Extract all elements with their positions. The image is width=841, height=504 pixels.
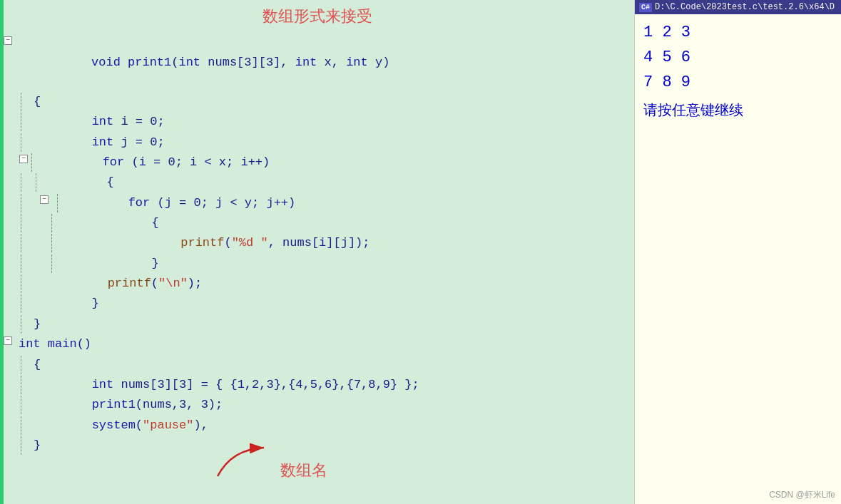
table-row: } xyxy=(0,294,634,314)
vline-12a xyxy=(21,294,31,313)
table-row: { xyxy=(0,355,634,375)
fold-icon-7[interactable]: − xyxy=(36,195,52,204)
table-row: printf("%d ", nums[i][j]); xyxy=(0,233,634,253)
title-bar: 数组形式来接受 xyxy=(0,0,634,31)
code-line-1: void print1(int nums[3][3], int x, int y… xyxy=(16,35,389,91)
main-container: 数组形式来接受 − void print1(int nums[3][3], in… xyxy=(0,0,841,504)
table-row: int i = 0; xyxy=(0,112,634,132)
table-row: } xyxy=(0,254,634,274)
fold-box-7[interactable]: − xyxy=(40,195,49,204)
terminal-footer: CSDN @虾米Life xyxy=(635,486,841,504)
fold-icon-1[interactable]: − xyxy=(0,36,16,45)
vline-4a xyxy=(21,133,31,152)
terminal-body: 1 2 3 4 5 6 7 8 9 请按任意键继续 xyxy=(635,14,841,486)
code-line-18: system("pause"), xyxy=(31,416,208,435)
table-row: } xyxy=(0,314,634,334)
vline-19 xyxy=(21,436,31,455)
table-row: { xyxy=(0,173,634,192)
vline-6b xyxy=(36,173,46,192)
code-area: − void print1(int nums[3][3], int x, int… xyxy=(0,31,634,456)
vline-6a xyxy=(21,173,31,192)
vline-13 xyxy=(21,315,31,334)
code-line-11: printf("\n"); xyxy=(46,274,202,293)
terminal-line-2: 4 5 6 xyxy=(643,45,832,70)
code-line-6: { xyxy=(46,173,114,192)
fold-icon-5[interactable]: − xyxy=(16,155,31,163)
code-line-15: { xyxy=(31,356,41,374)
vline-11a xyxy=(21,274,31,293)
vline-9a xyxy=(21,234,31,252)
fold-box-1[interactable]: − xyxy=(4,36,12,45)
code-panel: 数组形式来接受 − void print1(int nums[3][3], in… xyxy=(0,0,634,504)
vline-8a xyxy=(21,214,31,232)
vline-10b xyxy=(51,254,61,273)
terminal-titlebar: C# D:\C.Code\2023test.c\test.2.6\x64\D xyxy=(635,0,841,14)
code-line-8: { xyxy=(61,214,159,232)
table-row: printf("\n"); xyxy=(0,274,634,294)
code-line-14: int main() xyxy=(16,335,91,354)
table-row: int j = 0; xyxy=(0,133,634,153)
table-row: − void print1(int nums[3][3], int x, int… xyxy=(0,34,634,92)
vline-8b xyxy=(51,214,61,232)
vline-16 xyxy=(21,376,31,394)
terminal-continue: 请按任意键继续 xyxy=(643,98,832,121)
vline-2 xyxy=(21,93,31,111)
code-line-17: print1(nums,3, 3); xyxy=(31,396,223,414)
table-row: system("pause"), xyxy=(0,416,634,436)
table-row: − for (i = 0; i < x; i++) xyxy=(0,153,634,173)
vline-9b xyxy=(51,234,61,252)
fold-box-14[interactable]: − xyxy=(4,336,12,345)
code-line-7: for (j = 0; j < y; j++) xyxy=(67,194,295,212)
terminal-line-3: 7 8 9 xyxy=(643,70,832,95)
vline-17 xyxy=(21,396,31,414)
table-row: print1(nums,3, 3); xyxy=(0,395,634,415)
code-line-10: } xyxy=(61,254,159,273)
terminal-title: D:\C.Code\2023test.c\test.2.6\x64\D xyxy=(655,2,835,12)
fold-box-5[interactable]: − xyxy=(19,155,28,163)
code-line-19: } xyxy=(31,436,41,455)
vline-10a xyxy=(21,254,31,273)
code-line-2: { xyxy=(31,93,41,111)
table-row: − for (j = 0; j < y; j++) xyxy=(0,193,634,213)
table-row: int nums[3][3] = { {1,2,3},{4,5,6},{7,8,… xyxy=(0,375,634,395)
code-line-16: int nums[3][3] = { {1,2,3},{4,5,6},{7,8,… xyxy=(31,376,419,394)
vline-18 xyxy=(21,416,31,435)
vline-7a xyxy=(21,194,31,212)
annotation-label: 数组名 xyxy=(280,460,327,481)
terminal-icon: C# xyxy=(639,3,652,12)
annotation-container: 数组名 xyxy=(210,442,327,481)
code-line-13: } xyxy=(31,315,41,334)
code-line-4: int j = 0; xyxy=(31,133,165,152)
vline-7b xyxy=(57,194,67,212)
vline-3a xyxy=(21,113,31,131)
code-line-3: int i = 0; xyxy=(31,113,165,131)
arrow-icon xyxy=(210,442,275,481)
code-line-5: for (i = 0; i < x; i++) xyxy=(41,153,270,172)
code-line-9: printf("%d ", nums[i][j]); xyxy=(61,234,370,252)
terminal-line-1: 1 2 3 xyxy=(643,20,832,45)
code-line-12: } xyxy=(31,294,99,313)
terminal-panel: C# D:\C.Code\2023test.c\test.2.6\x64\D 1… xyxy=(634,0,841,504)
table-row: { xyxy=(0,92,634,112)
fold-icon-14[interactable]: − xyxy=(0,336,16,345)
table-row: − int main() xyxy=(0,334,634,354)
vline-15 xyxy=(21,356,31,374)
table-row: { xyxy=(0,213,634,233)
vline-5a xyxy=(31,153,41,172)
